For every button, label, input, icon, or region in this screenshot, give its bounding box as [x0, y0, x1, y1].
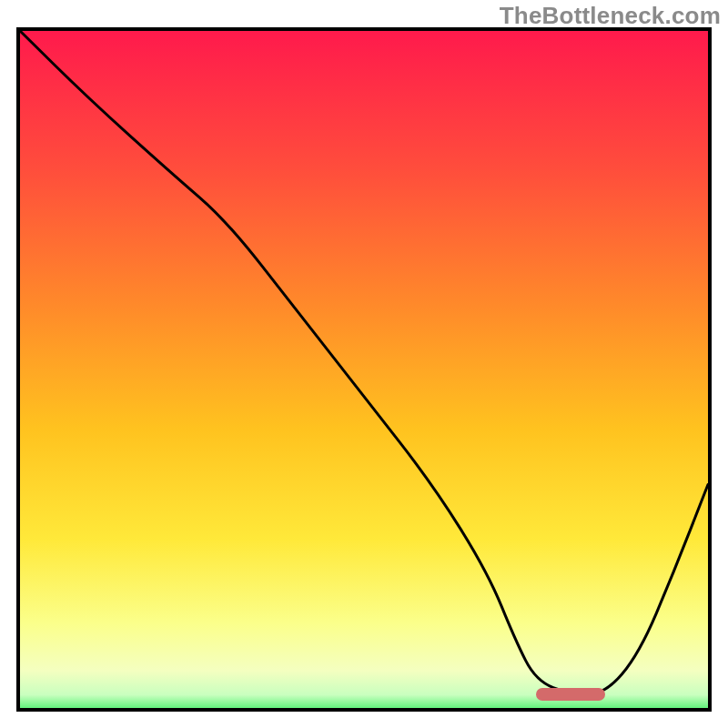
watermark-text: TheBottleneck.com — [500, 2, 721, 30]
chart-stage: TheBottleneck.com — [0, 0, 728, 728]
plot-frame — [16, 27, 712, 712]
curve-layer — [20, 31, 708, 708]
optimal-range-marker — [536, 688, 605, 701]
bottleneck-curve — [20, 31, 708, 694]
